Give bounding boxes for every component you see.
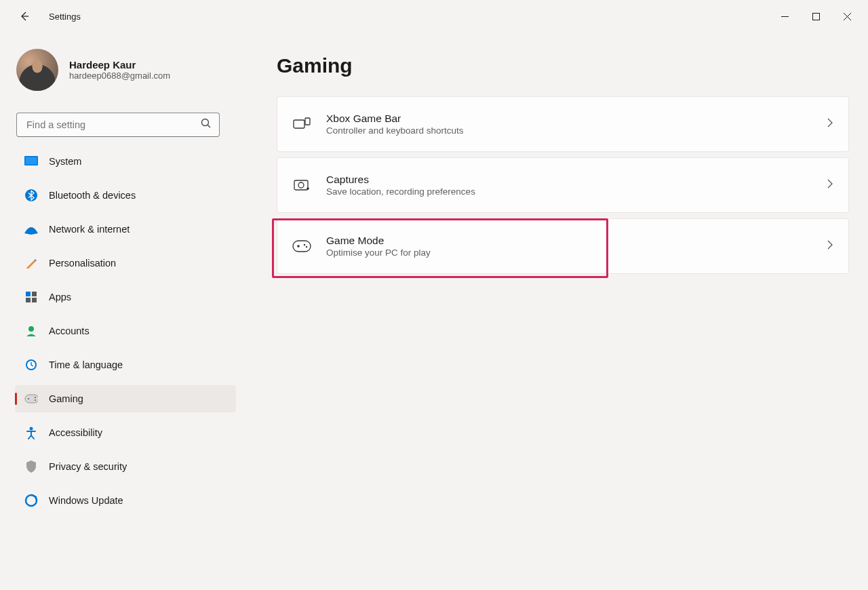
nav-label: Bluetooth & devices bbox=[49, 190, 136, 201]
maximize-button[interactable] bbox=[800, 5, 831, 27]
update-icon bbox=[24, 494, 38, 507]
svg-rect-20 bbox=[294, 120, 304, 128]
card-captures[interactable]: Captures Save location, recording prefer… bbox=[277, 157, 849, 213]
content: Gaming Xbox Game Bar Controller and keyb… bbox=[252, 33, 868, 590]
sidebar-item-accessibility[interactable]: Accessibility bbox=[15, 419, 236, 446]
gamemode-icon bbox=[292, 237, 311, 256]
nav-label: Gaming bbox=[49, 393, 83, 404]
sidebar-item-time[interactable]: Time & language bbox=[15, 351, 236, 378]
svg-rect-14 bbox=[25, 395, 38, 403]
svg-point-18 bbox=[30, 427, 33, 431]
sidebar-item-personalisation[interactable]: Personalisation bbox=[15, 250, 236, 277]
svg-rect-22 bbox=[294, 180, 308, 190]
sidebar-item-privacy[interactable]: Privacy & security bbox=[15, 453, 236, 480]
accessibility-icon bbox=[24, 426, 38, 439]
svg-point-25 bbox=[304, 244, 305, 245]
captures-icon bbox=[292, 176, 311, 195]
app-title: Settings bbox=[49, 12, 81, 22]
sidebar: Hardeep Kaur hardeep0688@gmail.com Syste… bbox=[0, 33, 252, 590]
nav-label: Privacy & security bbox=[49, 461, 127, 472]
card-title: Captures bbox=[326, 174, 812, 186]
close-button[interactable] bbox=[831, 5, 863, 27]
chevron-right-icon bbox=[827, 178, 833, 192]
svg-point-23 bbox=[298, 182, 304, 188]
svg-rect-21 bbox=[305, 118, 310, 125]
svg-rect-1 bbox=[812, 13, 819, 20]
card-title: Xbox Game Bar bbox=[326, 113, 812, 125]
svg-line-3 bbox=[208, 125, 210, 127]
bluetooth-icon bbox=[24, 189, 38, 202]
system-icon bbox=[24, 155, 38, 168]
nav-label: Apps bbox=[49, 292, 71, 302]
apps-icon bbox=[24, 290, 38, 304]
personalisation-icon bbox=[24, 256, 38, 270]
accounts-icon bbox=[24, 324, 38, 338]
card-title: Game Mode bbox=[326, 235, 812, 247]
svg-point-11 bbox=[28, 326, 34, 332]
sidebar-item-accounts[interactable]: Accounts bbox=[15, 317, 236, 345]
search-input[interactable] bbox=[16, 113, 220, 137]
svg-rect-24 bbox=[293, 241, 311, 252]
sidebar-item-apps[interactable]: Apps bbox=[15, 283, 236, 311]
chevron-right-icon bbox=[827, 117, 833, 131]
svg-point-26 bbox=[306, 246, 307, 248]
card-subtitle: Save location, recording preferences bbox=[326, 186, 812, 197]
nav: System Bluetooth & devices Network & int… bbox=[0, 148, 236, 514]
svg-rect-10 bbox=[32, 298, 37, 302]
search-container bbox=[16, 113, 220, 137]
profile[interactable]: Hardeep Kaur hardeep0688@gmail.com bbox=[0, 33, 236, 99]
back-button[interactable] bbox=[11, 3, 38, 30]
svg-point-17 bbox=[35, 399, 36, 401]
svg-point-16 bbox=[35, 397, 36, 398]
page-title: Gaming bbox=[277, 54, 849, 77]
svg-rect-9 bbox=[26, 298, 31, 302]
card-game-mode[interactable]: Game Mode Optimise your PC for play bbox=[277, 218, 849, 274]
search-icon bbox=[201, 118, 212, 132]
chevron-right-icon bbox=[827, 239, 833, 253]
sidebar-item-bluetooth[interactable]: Bluetooth & devices bbox=[15, 182, 236, 209]
svg-point-2 bbox=[202, 119, 209, 126]
time-icon bbox=[24, 358, 38, 372]
nav-label: Personalisation bbox=[49, 258, 116, 269]
avatar bbox=[16, 49, 58, 91]
nav-label: Windows Update bbox=[49, 495, 123, 506]
svg-point-15 bbox=[28, 398, 29, 399]
sidebar-item-network[interactable]: Network & internet bbox=[15, 216, 236, 243]
nav-label: Accessibility bbox=[49, 427, 102, 438]
card index-subtitle: Optimise your PC for play bbox=[326, 248, 812, 258]
gaming-icon bbox=[24, 392, 38, 406]
privacy-icon bbox=[24, 460, 38, 473]
sidebar-item-update[interactable]: Windows Update bbox=[15, 487, 236, 514]
svg-rect-7 bbox=[26, 292, 31, 296]
nav-label: Accounts bbox=[49, 326, 90, 336]
card-xbox-game-bar[interactable]: Xbox Game Bar Controller and keyboard sh… bbox=[277, 96, 849, 152]
xbox-icon bbox=[292, 115, 311, 134]
nav-label: Time & language bbox=[49, 359, 123, 370]
nav-label: System bbox=[49, 156, 81, 167]
profile-email: hardeep0688@gmail.com bbox=[69, 71, 170, 81]
svg-rect-8 bbox=[32, 292, 37, 296]
nav-label: Network & internet bbox=[49, 224, 130, 235]
svg-rect-5 bbox=[26, 157, 37, 165]
profile-name: Hardeep Kaur bbox=[69, 59, 170, 71]
minimize-button[interactable] bbox=[769, 5, 800, 27]
sidebar-item-system[interactable]: System bbox=[15, 148, 236, 175]
card-subtitle: Controller and keyboard shortcuts bbox=[326, 125, 812, 136]
network-icon bbox=[24, 222, 38, 236]
sidebar-item-gaming[interactable]: Gaming bbox=[15, 385, 236, 412]
